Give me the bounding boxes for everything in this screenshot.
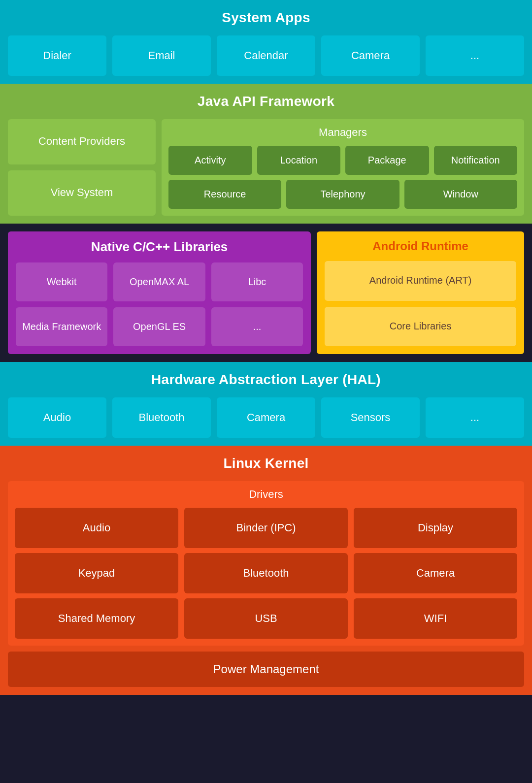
system-apps-layer: System Apps Dialer Email Calendar Camera… xyxy=(0,0,532,84)
android-runtime-title: Android Runtime xyxy=(325,239,516,255)
managers-title: Managers xyxy=(168,126,517,139)
native-row2: Media Framework OpenGL ES ... xyxy=(16,307,303,346)
power-management: Power Management xyxy=(8,652,524,687)
java-api-layer: Java API Framework Content Providers Vie… xyxy=(0,84,532,224)
hal-more: ... xyxy=(426,397,524,438)
manager-activity: Activity xyxy=(168,146,252,175)
java-api-left: Content Providers View System xyxy=(8,119,156,216)
manager-notification: Notification xyxy=(434,146,518,175)
native-runtime-layer: Native C/C++ Libraries Webkit OpenMAX AL… xyxy=(0,224,532,362)
java-api-content: Content Providers View System Managers A… xyxy=(8,119,524,216)
native-libc: Libc xyxy=(211,262,303,301)
java-api-title: Java API Framework xyxy=(8,92,524,113)
driver-shared-memory: Shared Memory xyxy=(15,598,178,639)
android-runtime-box: Android Runtime Android Runtime (ART) Co… xyxy=(317,231,524,354)
runtime-items: Android Runtime (ART) Core Libraries xyxy=(325,261,516,346)
hal-title: Hardware Abstraction Layer (HAL) xyxy=(8,370,524,392)
driver-audio: Audio xyxy=(15,508,178,548)
system-apps-title: System Apps xyxy=(8,8,524,30)
manager-resource: Resource xyxy=(168,180,281,209)
manager-package: Package xyxy=(345,146,429,175)
drivers-row2: Keypad Bluetooth Camera xyxy=(15,553,517,593)
native-row1: Webkit OpenMAX AL Libc xyxy=(16,262,303,301)
native-openmax: OpenMAX AL xyxy=(113,262,205,301)
driver-binder: Binder (IPC) xyxy=(184,508,348,548)
driver-wifi: WIFI xyxy=(354,598,517,639)
system-apps-row: Dialer Email Calendar Camera ... xyxy=(8,35,524,76)
content-providers-box: Content Providers xyxy=(8,119,156,164)
driver-display: Display xyxy=(354,508,517,548)
linux-title: Linux Kernel xyxy=(8,454,524,475)
app-calendar: Calendar xyxy=(217,35,315,76)
native-libs-title: Native C/C++ Libraries xyxy=(16,239,303,257)
app-dialer: Dialer xyxy=(8,35,106,76)
managers-box: Managers Activity Location Package Notif… xyxy=(162,119,524,216)
drivers-title: Drivers xyxy=(15,488,517,501)
native-more: ... xyxy=(211,307,303,346)
drivers-box: Drivers Audio Binder (IPC) Display Keypa… xyxy=(8,481,524,646)
app-more: ... xyxy=(426,35,524,76)
driver-camera: Camera xyxy=(354,553,517,593)
manager-location: Location xyxy=(257,146,341,175)
hal-audio: Audio xyxy=(8,397,106,438)
linux-kernel-layer: Linux Kernel Drivers Audio Binder (IPC) … xyxy=(0,446,532,695)
hal-layer: Hardware Abstraction Layer (HAL) Audio B… xyxy=(0,362,532,446)
driver-usb: USB xyxy=(184,598,348,639)
native-webkit: Webkit xyxy=(16,262,107,301)
driver-keypad: Keypad xyxy=(15,553,178,593)
managers-row1: Activity Location Package Notification xyxy=(168,146,517,175)
hal-sensors: Sensors xyxy=(321,397,420,438)
native-media-framework: Media Framework xyxy=(16,307,107,346)
hal-bluetooth: Bluetooth xyxy=(112,397,211,438)
app-camera: Camera xyxy=(321,35,420,76)
runtime-art: Android Runtime (ART) xyxy=(325,261,516,301)
driver-bluetooth: Bluetooth xyxy=(184,553,348,593)
managers-row2: Resource Telephony Window xyxy=(168,180,517,209)
manager-telephony: Telephony xyxy=(286,180,399,209)
drivers-row3: Shared Memory USB WIFI xyxy=(15,598,517,639)
drivers-row1: Audio Binder (IPC) Display xyxy=(15,508,517,548)
native-libs-box: Native C/C++ Libraries Webkit OpenMAX AL… xyxy=(8,231,311,354)
runtime-core-libs: Core Libraries xyxy=(325,307,516,347)
hal-camera: Camera xyxy=(217,397,315,438)
native-opengl: OpenGL ES xyxy=(113,307,205,346)
manager-window: Window xyxy=(404,180,517,209)
hal-row: Audio Bluetooth Camera Sensors ... xyxy=(8,397,524,438)
view-system-box: View System xyxy=(8,170,156,216)
app-email: Email xyxy=(112,35,211,76)
